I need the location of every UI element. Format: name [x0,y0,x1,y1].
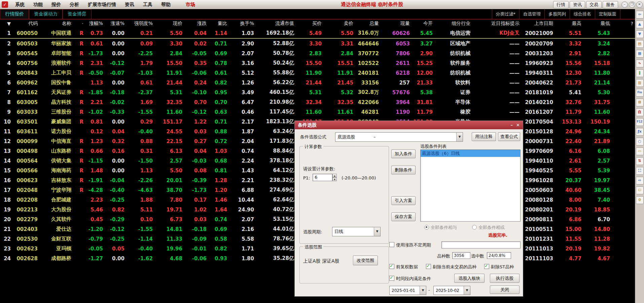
column-header[interactable]: 涨速% [105,19,127,28]
fullscreen-icon[interactable]: ⛶ [636,167,644,175]
column-header[interactable]: 换手% [229,19,256,28]
view-formula-button[interactable]: 查看公式 [498,132,520,141]
trend-line-icon[interactable]: ∿ [636,60,644,67]
execute-button[interactable]: 执行选股 [490,274,520,283]
radio-unselected-icon[interactable] [472,225,477,230]
menu-item-系统[interactable]: 系统 [11,0,29,9]
period-combobox[interactable]: 日线 ▼ [332,227,381,236]
chevron-down-icon[interactable]: ▼ [464,286,470,295]
column-header[interactable]: 最高 [555,19,583,28]
table-row[interactable]: 2600503华丽家族R0.610.000.093.300.020.712.90… [0,38,635,48]
toolbar-item-分类过滤*[interactable]: 分类过滤* [492,9,520,19]
p1-input[interactable]: 6 [313,174,332,181]
quick-button-资讯[interactable]: 资讯 [570,1,585,8]
menu-item-资讯[interactable]: 资讯 [120,0,139,9]
exclude-st-checkbox[interactable]: 剔除ST品种 [484,264,514,270]
close-button[interactable]: 关闭 [490,285,520,294]
delete-condition-button[interactable]: 删除条件 [391,166,416,174]
quick-button-服务[interactable]: 服务 [603,1,618,8]
custom-stock-icon[interactable]: 自 [636,108,644,116]
sort-updown-icon[interactable]: ⇅ [636,157,644,165]
column-header[interactable]: 细分行业 [435,19,472,28]
column-header[interactable]: 流通市值 [256,19,296,28]
column-header[interactable]: 今开 [412,19,435,28]
radio-selected-icon[interactable] [424,225,429,230]
quick-button-行情[interactable]: 行情 [553,1,569,8]
formula-icon[interactable]: ƒx [636,128,644,136]
forward-adjust-checkbox[interactable]: 前复权数据 [389,264,418,270]
circle-icon[interactable]: ○ [636,138,644,145]
table-row[interactable]: 7601162天风证券R-1.85-0.18-2.375.31-0.100.95… [0,88,635,97]
dialog-close-icon[interactable]: ✕ [516,123,520,128]
toolbar-item-综合排名[interactable]: 综合排名 [570,9,595,19]
menu-item-工具[interactable]: 工具 [139,0,157,9]
fio-icon[interactable]: Fio [636,89,644,97]
restore-icon[interactable]: ❐ [629,1,635,8]
column-header[interactable]: · [73,19,85,28]
f12-icon[interactable]: F12 [636,118,644,126]
radio-or[interactable]: 全部条件相或 [472,225,505,231]
date-to-combobox[interactable]: 2025-10-02 ▼ [433,286,470,295]
column-header[interactable]: 涨幅% [85,19,105,28]
table-row[interactable]: 6600962国投中鲁1.130.000.6121.440.240.821.26… [0,78,635,88]
tab-资金驱动力[interactable]: 资金驱动力 [29,9,63,19]
import-plan-button[interactable]: 引入方案 [391,196,416,205]
save-plan-button[interactable]: 保存方案 [391,212,416,221]
checkbox-checked-icon[interactable] [389,264,394,269]
chevron-down-icon[interactable]: ▼ [420,286,426,295]
menu-item-功能[interactable]: 功能 [29,0,47,9]
menu-item-报价[interactable]: 报价 [47,0,65,9]
radio-and[interactable]: 全部条件相与 [424,225,457,231]
column-header[interactable]: 买价 [296,19,324,28]
to-board-button[interactable]: 选股入板块 [454,274,485,283]
dialog-title-bar[interactable]: 条件选股 – ✕ [295,121,523,129]
menu-item-帮助[interactable]: 帮助 [157,0,175,9]
table-row[interactable]: 1600050中国联通R0.730.000.215.500.041.141.03… [0,28,635,38]
column-header[interactable]: 最低 [583,19,612,28]
quick-button-交易[interactable]: 交易 [586,1,602,8]
column-header[interactable]: ? [612,19,635,28]
spinner-up-icon[interactable]: ▲ [332,174,337,177]
column-header[interactable]: 现价 [155,19,184,28]
grid-view-icon[interactable]: ▦ [636,50,644,58]
folder-icon[interactable]: ▭ [636,147,644,155]
tab-资金博弈[interactable]: 资金博弈 [63,9,92,19]
settings-gear-icon[interactable]: ⚙ [636,196,644,204]
table-row[interactable]: 4600756浪潮软件R2.31-0.121.7915.500.350.783.… [0,58,635,68]
column-header[interactable]: 量比 [209,19,229,28]
condition-list-item[interactable]: 底源选股（6）日线 [421,150,520,157]
column-header[interactable]: 总量 [355,19,381,28]
column-header[interactable]: 名称 [40,19,73,28]
table-row[interactable]: 5600843上工申贝R-0.50-0.07-1.0311.91-0.060.6… [0,68,635,78]
next-page-icon[interactable]: ⇨ [636,177,644,184]
exclude-untraded-checkbox[interactable]: 剔除当前未交易的品种 [426,264,476,270]
table-row[interactable]: 3600545卓郎智能R-1.730.00-2.252.84-0.050.692… [0,48,635,58]
toolbar-item-多股同列[interactable]: 多股同列 [544,9,570,19]
column-header[interactable]: 上市日期 [522,19,555,28]
kline-icon[interactable]: ∥ [636,69,644,77]
chevron-down-icon[interactable]: ▼ [456,133,463,141]
close-icon[interactable]: ✕ [636,1,643,8]
checkbox-checked-icon[interactable] [389,276,394,281]
table-row[interactable]: 8603005晶方科技R2.21-0.021.6932.350.700.706.… [0,97,635,107]
column-header[interactable]: ▼ [0,19,13,28]
formula-combobox[interactable]: 底源选股– ▼ [335,132,463,142]
column-header[interactable]: 涨跌 [184,19,209,28]
toolbar-item-定制版面[interactable]: 定制版面 [595,9,620,19]
toolbar-item-自选管理[interactable]: 自选管理 [519,9,544,19]
column-header[interactable]: 强弱度% [127,19,155,28]
condition-listbox[interactable]: 底源选股（6）日线 [420,149,521,222]
checkbox-icon[interactable] [389,242,394,247]
checkbox-checked-icon[interactable] [426,264,431,269]
change-range-button[interactable]: 改变范围 [353,256,378,265]
menu-item-分析[interactable]: 分析 [65,0,83,9]
tab-行情报价[interactable]: 行情报价 [0,9,29,19]
checkbox-checked-icon[interactable] [484,264,489,269]
column-header[interactable]: 现量 [381,19,412,28]
info-panel-icon[interactable]: ▥ [636,79,644,87]
updown-period-checkbox[interactable]: 使用涨跌不定周期 [389,242,431,248]
p1-spinner[interactable]: ▲▼ [332,174,337,181]
scroll-up-icon[interactable]: ▲ [636,21,644,28]
minimize-icon[interactable]: – [621,1,628,8]
chevron-down-icon[interactable]: ▼ [374,227,380,236]
